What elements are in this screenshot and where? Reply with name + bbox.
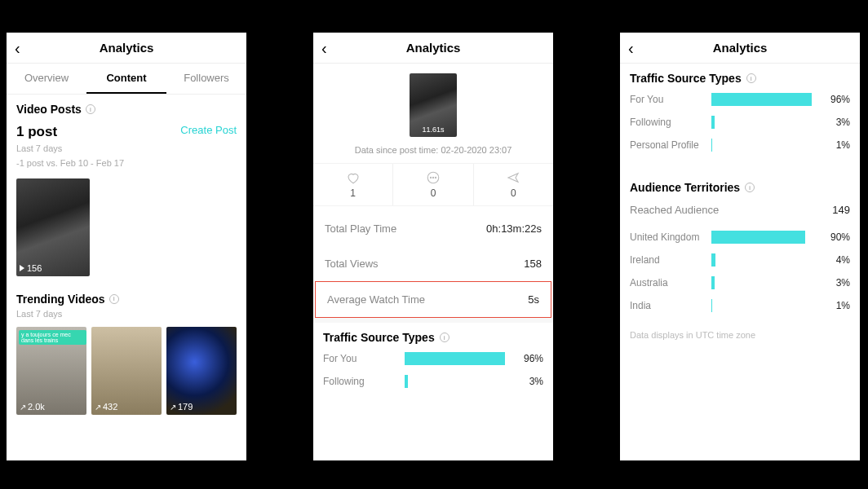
utc-note: Data displays in UTC time zone <box>620 317 860 353</box>
post-thumbnail[interactable]: 156 <box>16 178 90 276</box>
since-text: Data since post time: 02-20-2020 23:07 <box>355 145 512 155</box>
trending-heading: Trending Videos i <box>16 293 237 306</box>
territories-heading-text: Audience Territories <box>630 181 740 194</box>
page-title: Analytics <box>620 41 860 55</box>
svg-point-3 <box>435 177 436 178</box>
bar-label: Following <box>630 117 705 128</box>
tab-overview[interactable]: Overview <box>7 64 86 94</box>
trending-views-1: 432 <box>95 402 117 412</box>
likes-value: 1 <box>350 187 356 199</box>
analytics-traffic-panel: ‹ Analytics Traffic Source Types i For Y… <box>620 33 860 460</box>
thumb-views: 156 <box>27 263 42 273</box>
page-title: Analytics <box>313 41 553 55</box>
traffic-heading-text: Traffic Source Types <box>323 331 435 344</box>
bar-pct: 96% <box>516 353 543 364</box>
bar-pct: 3% <box>822 117 850 128</box>
tabs: Overview Content Followers <box>7 64 246 95</box>
post-count: 1 post <box>16 124 124 140</box>
page-title: Analytics <box>7 41 246 55</box>
info-icon[interactable]: i <box>86 104 95 114</box>
reached-value: 149 <box>832 204 850 216</box>
metric-label: Average Watch Time <box>327 293 425 306</box>
hero-thumbnail[interactable]: 11.61s <box>410 73 457 137</box>
post-delta: -1 post vs. Feb 10 - Feb 17 <box>16 157 124 170</box>
bar-fill <box>711 93 812 106</box>
bar-track <box>711 299 816 312</box>
svg-point-1 <box>430 177 431 178</box>
header: ‹ Analytics <box>7 33 246 64</box>
back-icon[interactable]: ‹ <box>628 40 634 56</box>
stat-likes: 1 <box>313 164 392 205</box>
trending-thumb-0[interactable]: y a toujours ce mec dans les trains 2.0k <box>16 327 86 415</box>
bar-label: United Kingdom <box>630 231 705 243</box>
trending-views-2: 179 <box>170 402 193 412</box>
stats-row: 1 0 0 <box>313 163 553 206</box>
trending-period: Last 7 days <box>16 308 237 320</box>
bar-fill <box>711 231 805 244</box>
trending-section: Trending Videos i Last 7 days y a toujou… <box>7 284 246 423</box>
metric-total-play-time: Total Play Time 0h:13m:22s <box>313 211 553 246</box>
stat-comments: 0 <box>392 164 472 205</box>
bar-track <box>711 253 816 267</box>
bar-row-p3g-0: United Kingdom90% <box>620 226 860 249</box>
bar-fill <box>711 299 712 312</box>
tab-followers[interactable]: Followers <box>166 64 246 94</box>
bar-pct: 3% <box>822 277 850 289</box>
bar-track <box>711 93 816 106</box>
create-post-button[interactable]: Create Post <box>180 124 237 136</box>
video-posts-section: Video Posts i 1 post Last 7 days -1 post… <box>7 95 246 284</box>
tab-content[interactable]: Content <box>86 64 166 94</box>
bar-fill <box>405 375 408 388</box>
info-icon[interactable]: i <box>745 183 755 192</box>
bar-label: Ireland <box>630 254 705 266</box>
metric-avg-watch-time: Average Watch Time 5s <box>316 282 551 317</box>
reached-row: Reached Audience 149 <box>620 197 860 226</box>
bar-pct: 90% <box>822 231 850 243</box>
bar-row-p3t-1: Following3% <box>620 111 860 134</box>
metric-value: 0h:13m:22s <box>486 222 542 235</box>
trending-thumb-1[interactable]: 432 <box>91 327 162 415</box>
metric-label: Total Play Time <box>325 222 396 235</box>
traffic-heading: Traffic Source Types i <box>313 323 553 347</box>
bar-track <box>405 375 509 388</box>
bar-pct: 1% <box>822 139 850 151</box>
bar-pct: 96% <box>822 94 850 105</box>
stat-shares: 0 <box>473 164 553 205</box>
bar-pct: 3% <box>516 376 543 387</box>
analytics-content-panel: ‹ Analytics Overview Content Followers V… <box>7 33 246 460</box>
bar-track <box>711 116 816 129</box>
bar-fill <box>711 139 712 152</box>
heart-icon <box>346 170 361 185</box>
bar-row-p2-0: For You96% <box>313 347 553 370</box>
info-icon[interactable]: i <box>440 333 450 342</box>
trending-thumb-2[interactable]: 179 <box>166 327 237 415</box>
bar-fill <box>711 116 715 129</box>
highlight-box: Average Watch Time 5s <box>315 281 551 318</box>
bar-row-p3g-1: Ireland4% <box>620 249 860 271</box>
header: ‹ Analytics <box>313 33 553 64</box>
bar-row-p3t-0: For You96% <box>620 88 860 111</box>
bar-row-p3g-3: India1% <box>620 294 860 317</box>
bar-label: Following <box>323 376 398 387</box>
bar-track <box>711 231 816 244</box>
info-icon[interactable]: i <box>109 294 119 304</box>
bar-track <box>405 352 509 365</box>
post-hero: 11.61s Data since post time: 02-20-2020 … <box>313 64 553 211</box>
back-icon[interactable]: ‹ <box>15 40 20 56</box>
analytics-post-panel: ‹ Analytics 11.61s Data since post time:… <box>313 33 553 460</box>
trending-views-0: 2.0k <box>20 402 45 412</box>
bar-label: Personal Profile <box>630 139 705 151</box>
play-icon <box>20 265 24 271</box>
territories-heading: Audience Territories i <box>620 173 860 197</box>
bar-label: For You <box>323 353 398 364</box>
bar-fill <box>405 352 505 365</box>
bar-fill <box>711 253 715 267</box>
video-posts-heading-text: Video Posts <box>16 103 82 116</box>
trending-heading-text: Trending Videos <box>16 293 105 306</box>
shares-value: 0 <box>511 187 516 199</box>
hero-duration: 11.61s <box>410 126 457 134</box>
comments-value: 0 <box>431 187 436 199</box>
back-icon[interactable]: ‹ <box>321 40 327 56</box>
info-icon[interactable]: i <box>746 73 756 83</box>
header: ‹ Analytics <box>620 33 860 64</box>
